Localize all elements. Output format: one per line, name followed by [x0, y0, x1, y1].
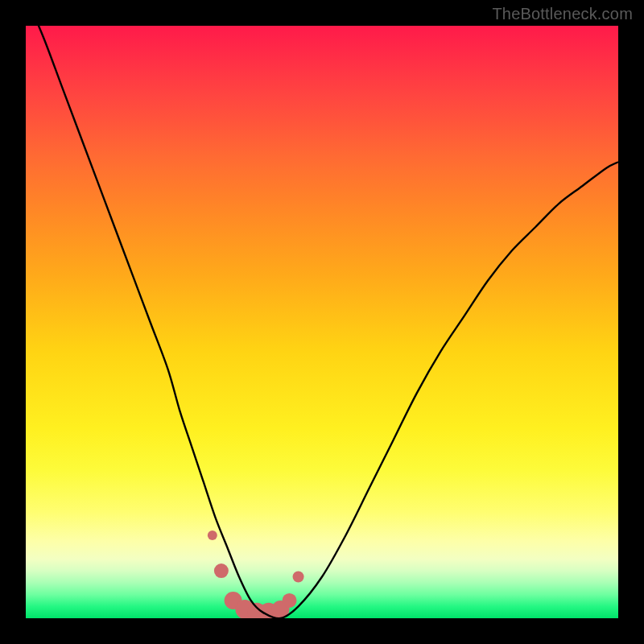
chart-svg — [26, 26, 618, 618]
highlight-marker — [214, 564, 229, 578]
highlight-marker — [208, 530, 217, 540]
highlight-marker — [293, 571, 304, 582]
chart-frame: TheBottleneck.com — [0, 0, 644, 644]
bottleneck-curve — [26, 26, 618, 618]
plot-area — [26, 26, 618, 618]
watermark-label: TheBottleneck.com — [492, 5, 633, 23]
highlight-marker — [283, 593, 297, 608]
marker-series — [208, 530, 304, 618]
